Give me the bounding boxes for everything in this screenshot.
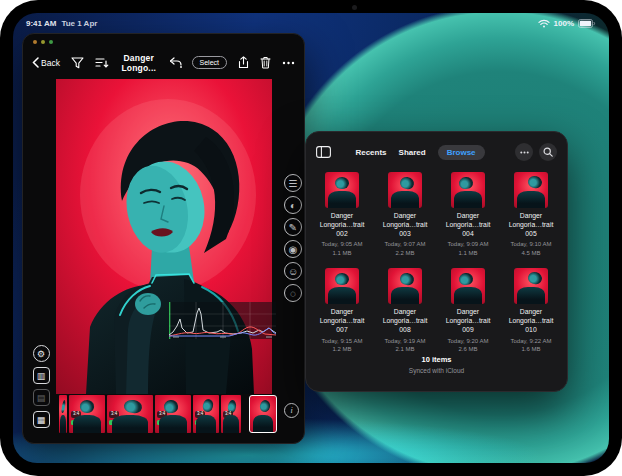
more-icon xyxy=(520,151,529,154)
edited-indicator-dot xyxy=(157,420,162,425)
right-tool-strip: ☰◐✎◉☺◌ xyxy=(281,174,305,302)
photo-thumbnail[interactable] xyxy=(388,268,422,304)
battery-icon xyxy=(578,19,596,28)
aspect-ratio-badge: 3:4 xyxy=(223,411,233,418)
photo-thumbnail[interactable] xyxy=(388,172,422,208)
sort-icon xyxy=(95,57,109,69)
portrait-photo xyxy=(56,79,272,394)
file-meta: Today, 9:05 AM 1.1 MB xyxy=(314,240,370,257)
copy-edits-icon[interactable]: ▤ xyxy=(33,389,50,406)
undo-button[interactable] xyxy=(169,57,182,68)
adjust-sliders-icon[interactable]: ☰ xyxy=(284,174,302,192)
trash-icon xyxy=(260,56,271,69)
photo-thumbnail[interactable] xyxy=(325,172,359,208)
file-name: Danger Longoria…trait 009 xyxy=(440,308,496,334)
vignette-icon[interactable]: ◉ xyxy=(284,240,302,258)
window-controls-dots[interactable] xyxy=(33,40,53,44)
filter-icon xyxy=(71,57,84,69)
file-meta: Today, 9:22 AM 1.6 MB xyxy=(503,337,559,354)
item-count: 10 items xyxy=(306,355,567,364)
retouch-icon[interactable]: ☺ xyxy=(284,262,302,280)
file-name: Danger Longoria…trait 003 xyxy=(377,212,433,238)
aspect-ratio-badge: 3:4 xyxy=(109,411,119,418)
file-item[interactable]: Danger Longoria…trait 002 Today, 9:05 AM… xyxy=(314,172,370,257)
file-meta: Today, 9:07 AM 2.2 MB xyxy=(377,240,433,257)
file-meta: Today, 9:09 AM 1.1 MB xyxy=(440,240,496,257)
filmstrip-thumbnail[interactable]: 3:4 xyxy=(155,395,191,433)
file-meta: Today, 9:15 AM 1.2 MB xyxy=(314,337,370,354)
file-name: Danger Longoria…trait 004 xyxy=(440,212,496,238)
filmstrip-thumbnail[interactable]: 3:4 xyxy=(107,395,153,433)
filmstrip-thumbnail[interactable] xyxy=(59,395,67,433)
files-header: RecentsSharedBrowse xyxy=(306,139,567,165)
photo-thumbnail[interactable] xyxy=(451,268,485,304)
heal-icon[interactable]: ◐ xyxy=(284,196,302,214)
photo-thumbnail[interactable] xyxy=(325,268,359,304)
editor-toolbar: Back Danger Longo... xyxy=(23,49,304,76)
share-icon xyxy=(238,56,249,69)
photo-thumbnail[interactable] xyxy=(451,172,485,208)
files-grid: Danger Longoria…trait 002 Today, 9:05 AM… xyxy=(314,172,559,354)
wifi-icon xyxy=(538,19,550,28)
file-item[interactable]: Danger Longoria…trait 004 Today, 9:09 AM… xyxy=(440,172,496,257)
file-item[interactable]: Danger Longoria…trait 008 Today, 9:19 AM… xyxy=(377,268,433,353)
sidebar-icon[interactable] xyxy=(316,146,331,158)
photo-canvas xyxy=(56,79,272,394)
files-search-button[interactable] xyxy=(539,143,557,161)
front-camera xyxy=(352,5,357,10)
battery-percent: 100% xyxy=(554,19,574,28)
file-item[interactable]: Danger Longoria…trait 005 Today, 9:10 AM… xyxy=(503,172,559,257)
photo-thumbnail[interactable] xyxy=(514,268,548,304)
histogram-chart xyxy=(169,302,276,339)
photo-thumbnail[interactable] xyxy=(514,172,548,208)
file-name: Danger Longoria…trait 008 xyxy=(377,308,433,334)
info-button[interactable]: i xyxy=(284,403,299,418)
photo-editor-window: Back Danger Longo... xyxy=(22,33,305,444)
delete-button[interactable] xyxy=(260,56,271,69)
files-more-button[interactable] xyxy=(515,143,533,161)
editor-title: Danger Longo... xyxy=(109,53,169,73)
ipad-frame: 9:41 AM Tue 1 Apr 100% xyxy=(0,0,622,476)
file-item[interactable]: Danger Longoria…trait 003 Today, 9:07 AM… xyxy=(377,172,433,257)
edit-adjust-icon[interactable]: ⚙ xyxy=(33,345,50,362)
files-footer: 10 items Synced with iCloud xyxy=(306,355,567,374)
file-name: Danger Longoria…trait 010 xyxy=(503,308,559,334)
undo-icon xyxy=(169,57,182,68)
sort-button[interactable] xyxy=(95,57,109,69)
filter-button[interactable] xyxy=(71,57,84,69)
file-meta: Today, 9:20 AM 2.6 MB xyxy=(440,337,496,354)
filmstrip-thumbnail[interactable]: 3:4 xyxy=(193,395,219,433)
filmstrip-thumbnail[interactable]: 3:4 xyxy=(69,395,105,433)
file-item[interactable]: Danger Longoria…trait 009 Today, 9:20 AM… xyxy=(440,268,496,353)
mask-icon[interactable]: ◌ xyxy=(284,284,302,302)
edited-indicator-dot xyxy=(71,420,76,425)
file-name: Danger Longoria…trait 005 xyxy=(503,212,559,238)
sync-status: Synced with iCloud xyxy=(306,367,567,374)
aspect-ratio-badge: 3:4 xyxy=(195,411,205,418)
file-name: Danger Longoria…trait 007 xyxy=(314,308,370,334)
share-button[interactable] xyxy=(238,56,249,69)
status-date: Tue 1 Apr xyxy=(61,19,97,28)
back-button[interactable]: Back xyxy=(32,57,60,68)
screen-wallpaper: 9:41 AM Tue 1 Apr 100% xyxy=(13,13,609,463)
left-tool-strip: ⚙▥▤▦ xyxy=(28,345,54,428)
more-button[interactable] xyxy=(282,61,295,65)
back-chevron-icon xyxy=(32,57,39,68)
tab-browse[interactable]: Browse xyxy=(438,145,485,160)
file-item[interactable]: Danger Longoria…trait 010 Today, 9:22 AM… xyxy=(503,268,559,353)
files-browser-window: RecentsSharedBrowse Danger Longoria…trai… xyxy=(305,131,568,392)
file-name: Danger Longoria…trait 002 xyxy=(314,212,370,238)
status-time: 9:41 AM xyxy=(26,19,56,28)
tab-recents[interactable]: Recents xyxy=(355,148,386,157)
aspect-ratio-badge: 3:4 xyxy=(157,411,167,418)
tab-shared[interactable]: Shared xyxy=(399,148,426,157)
filmstrip-thumbnail[interactable] xyxy=(249,395,277,433)
filmstrip-thumbnail[interactable]: 3:4 xyxy=(221,395,241,433)
library-icon[interactable]: ▦ xyxy=(33,411,50,428)
files-tabs: RecentsSharedBrowse xyxy=(355,145,484,160)
status-bar: 9:41 AM Tue 1 Apr 100% xyxy=(13,16,609,30)
brush-icon[interactable]: ✎ xyxy=(284,218,302,236)
file-item[interactable]: Danger Longoria…trait 007 Today, 9:15 AM… xyxy=(314,268,370,353)
export-icon[interactable]: ▥ xyxy=(33,367,50,384)
select-button[interactable]: Select xyxy=(192,56,227,69)
